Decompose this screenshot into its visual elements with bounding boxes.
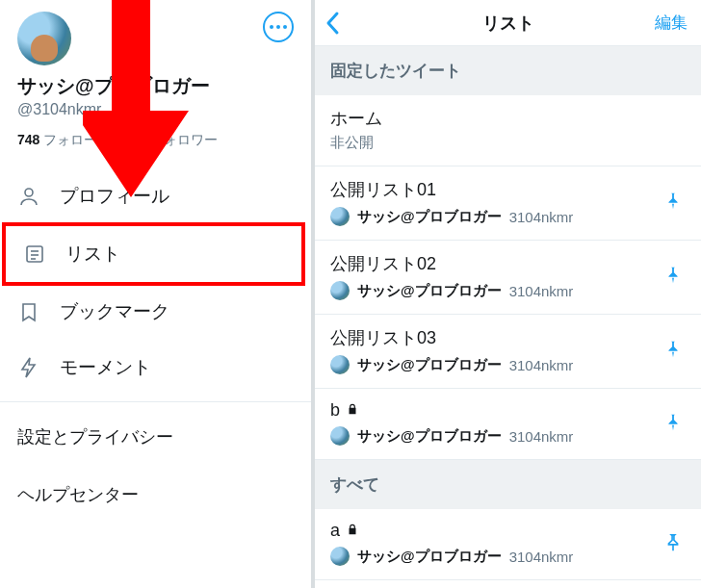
owner-handle: 3104nkmr <box>509 428 574 445</box>
user-handle[interactable]: @3104nkmr <box>0 101 311 132</box>
lists-screen: リスト 編集 固定したツイート ホーム 非公開 公開リスト01 サッシ@プロブロ… <box>315 0 701 588</box>
owner-name: サッシ@プロブロガー <box>357 548 502 566</box>
list-title-text: a <box>330 521 340 541</box>
owner-name: サッシ@プロブロガー <box>357 208 502 226</box>
menu-item-settings[interactable]: 設定とプライバシー <box>0 408 311 466</box>
menu-item-lists[interactable]: リスト <box>6 226 301 282</box>
owner-name: サッシ@プロブロガー <box>357 282 502 300</box>
pin-icon[interactable] <box>662 265 684 290</box>
pin-icon[interactable] <box>662 339 684 364</box>
section-pinned: 固定したツイート <box>315 46 701 95</box>
pin-icon[interactable] <box>662 191 684 216</box>
drawer-panel: サッシ@プロブロガー @3104nkmr 748 フォロー 1,321 フォロワ… <box>0 0 315 588</box>
lists-title: リスト <box>482 12 534 35</box>
drawer-header <box>0 0 311 73</box>
lists-scroll[interactable]: 固定したツイート ホーム 非公開 公開リスト01 サッシ@プロブロガー 3104… <box>315 46 701 588</box>
list-title-text: b <box>330 400 340 421</box>
list-row[interactable]: a サッシ@プロブロガー 3104nkmr <box>315 509 701 580</box>
list-row[interactable]: b サッシ@プロブロガー 3104nkmr <box>315 389 701 460</box>
avatar[interactable] <box>17 12 71 65</box>
list-owner: サッシ@プロブロガー 3104nkmr <box>330 426 686 446</box>
lock-icon <box>346 521 359 541</box>
owner-name: サッシ@プロブロガー <box>357 427 502 446</box>
list-title: 公開リスト02 <box>330 252 686 275</box>
chevron-left-icon <box>325 10 342 37</box>
followers-label: フォロワー <box>150 132 218 147</box>
profile-icon <box>17 185 40 208</box>
lists-header: リスト 編集 <box>315 0 701 46</box>
list-private-label: 非公開 <box>330 134 686 152</box>
back-button[interactable] <box>325 10 342 37</box>
list-owner: サッシ@プロブロガー 3104nkmr <box>330 355 686 374</box>
menu-item-bookmarks[interactable]: ブックマーク <box>0 284 311 340</box>
moments-icon <box>17 356 40 379</box>
owner-avatar <box>330 281 350 300</box>
owner-handle: 3104nkmr <box>509 357 574 373</box>
list-icon <box>23 243 46 266</box>
list-title: 公開リスト01 <box>330 178 686 201</box>
bookmark-icon <box>17 300 40 323</box>
list-row[interactable]: ホーム 非公開 <box>315 95 701 166</box>
lock-icon <box>346 400 359 421</box>
owner-handle: 3104nkmr <box>509 209 574 225</box>
owner-avatar <box>330 207 350 226</box>
list-title: b <box>330 400 686 421</box>
divider <box>0 401 311 402</box>
list-row[interactable]: 公開リスト03 サッシ@プロブロガー 3104nkmr <box>315 315 701 389</box>
following-count: 748 <box>17 132 39 147</box>
owner-avatar <box>330 547 350 566</box>
owner-avatar <box>330 426 350 446</box>
menu-item-moments[interactable]: モーメント <box>0 340 311 396</box>
pin-outline-icon[interactable] <box>662 532 684 557</box>
list-title: ホーム <box>330 107 686 130</box>
display-name[interactable]: サッシ@プロブロガー <box>0 73 311 101</box>
follow-stats[interactable]: 748 フォロー 1,321 フォロワー <box>0 132 311 168</box>
menu-label-profile: プロフィール <box>60 184 169 209</box>
followers-count: 1,321 <box>113 132 146 147</box>
annotation-highlight: リスト <box>2 222 305 286</box>
menu-item-profile[interactable]: プロフィール <box>0 168 311 224</box>
list-title: a <box>330 521 686 541</box>
owner-avatar <box>330 355 350 374</box>
owner-name: サッシ@プロブロガー <box>357 356 502 374</box>
section-all: すべて <box>315 460 701 509</box>
list-row[interactable]: 公開リスト01 サッシ@プロブロガー 3104nkmr <box>315 166 701 241</box>
list-owner: サッシ@プロブロガー 3104nkmr <box>330 281 686 300</box>
list-row[interactable]: 公開リスト02 サッシ@プロブロガー 3104nkmr <box>315 241 701 315</box>
svg-point-0 <box>25 189 33 196</box>
list-title: 公開リスト03 <box>330 326 686 349</box>
list-owner: サッシ@プロブロガー 3104nkmr <box>330 207 686 226</box>
more-icon <box>270 25 287 29</box>
pin-icon[interactable] <box>662 412 684 437</box>
following-label: フォロー <box>43 132 97 147</box>
owner-handle: 3104nkmr <box>509 549 574 565</box>
edit-button[interactable]: 編集 <box>655 12 688 34</box>
menu-item-help[interactable]: ヘルプセンター <box>0 466 311 524</box>
list-owner: サッシ@プロブロガー 3104nkmr <box>330 547 686 566</box>
menu-label-bookmarks: ブックマーク <box>60 299 169 324</box>
more-button[interactable] <box>263 12 294 42</box>
menu-label-moments: モーメント <box>60 355 151 380</box>
menu-label-lists: リスト <box>65 242 120 267</box>
owner-handle: 3104nkmr <box>509 283 574 299</box>
